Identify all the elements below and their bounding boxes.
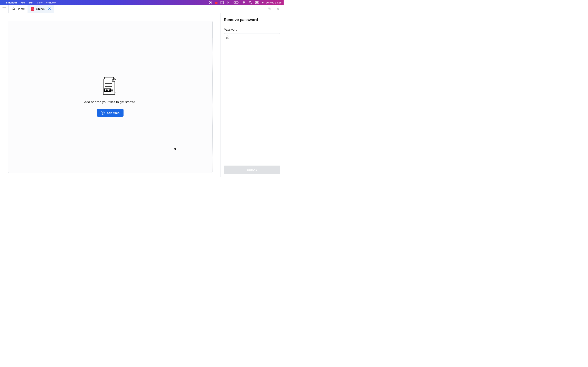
grid-app-icon[interactable] [221,1,224,4]
add-files-button[interactable]: Add files [97,109,123,117]
macos-menubar: Smallpdf File Edit View Window ▮▮ A Fri … [0,0,284,5]
svg-rect-6 [222,3,223,3]
appbar-spacer [54,5,259,13]
svg-rect-5 [221,3,222,3]
tab-unlock-label: Unlock [36,7,45,11]
svg-rect-25 [268,8,270,10]
window-controls [259,5,284,13]
sidebar-title: Remove password [224,17,280,22]
window-minimize-button[interactable] [259,8,262,10]
plus-circle-icon [101,111,104,115]
main-content: PDF Add or drop your files to get starte… [0,13,284,177]
app-name[interactable]: Smallpdf [6,1,17,4]
svg-text:PDF: PDF [105,89,110,91]
svg-rect-2 [221,1,224,4]
menu-view[interactable]: View [37,1,43,4]
hamburger-menu-button[interactable] [0,5,9,13]
menu-file[interactable]: File [21,1,25,4]
search-icon[interactable] [249,1,252,4]
tab-home[interactable]: Home [9,5,28,13]
tab-home-label: Home [17,7,25,11]
add-files-label: Add files [107,111,120,115]
control-center-icon[interactable] [255,1,259,4]
pdf-file-icon: PDF [102,77,118,95]
password-label: Password [224,28,280,31]
sidebar-panel: Remove password Password Unlock [220,13,284,177]
drop-area-container: PDF Add or drop your files to get starte… [0,13,220,177]
window-maximize-button[interactable] [268,8,270,10]
sidebar-spacer [224,42,280,166]
svg-line-12 [251,3,252,4]
letter-a-icon[interactable]: A [227,1,230,4]
window-close-button[interactable] [276,8,279,10]
svg-point-14 [256,2,256,2]
svg-rect-4 [222,2,223,2]
unlock-button[interactable]: Unlock [224,166,280,174]
menubar-datetime[interactable]: Fri 26 Nov 13:56 [262,1,282,4]
unlock-tab-icon [31,7,34,11]
menu-window[interactable]: Window [46,1,56,4]
menubar-left: Smallpdf File Edit View Window [2,1,56,4]
svg-rect-10 [238,2,238,3]
file-drop-zone[interactable]: PDF Add or drop your files to get starte… [8,21,213,173]
drop-zone-prompt: Add or drop your files to get started. [84,100,136,104]
svg-text:A: A [228,1,229,4]
menubar-right: ▮▮ A Fri 26 Nov 13:56 [209,1,282,4]
record-icon[interactable] [209,1,212,4]
svg-point-16 [258,3,258,3]
battery-icon[interactable] [233,1,239,4]
svg-rect-1 [210,2,211,3]
svg-rect-20 [32,9,33,10]
password-input-wrapper[interactable] [224,33,280,42]
password-input[interactable] [231,36,278,40]
lock-icon [226,35,229,40]
loading-progress-bar [0,5,187,5]
menu-edit[interactable]: Edit [29,1,33,4]
wifi-icon[interactable] [242,1,246,4]
app-toolbar: Home Unlock [0,5,284,13]
svg-rect-3 [221,2,222,2]
tab-close-button[interactable] [48,7,51,11]
tab-unlock[interactable]: Unlock [28,5,54,13]
red-bars-icon[interactable]: ▮▮ [215,1,217,4]
